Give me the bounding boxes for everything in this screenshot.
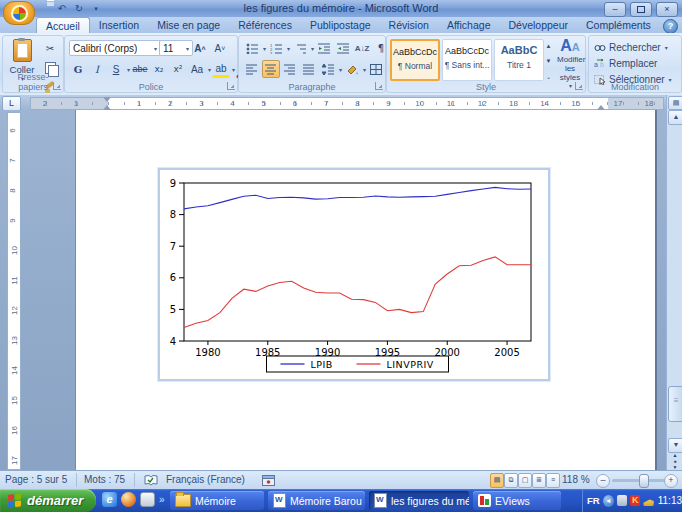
scrollbar-thumb[interactable]: [668, 386, 682, 422]
style-titre-1[interactable]: AaBbC Titre 1: [494, 39, 544, 81]
restore-button[interactable]: [630, 2, 652, 17]
quick-launch-more-button[interactable]: »: [159, 494, 165, 505]
view-print-layout-button[interactable]: ▤: [490, 473, 504, 488]
cut-button[interactable]: ✂: [41, 39, 59, 57]
paragraph-dialog-launcher[interactable]: [375, 82, 383, 90]
subscript-button[interactable]: x₂: [150, 60, 168, 78]
task-les-figures[interactable]: les figures du mémoir...: [369, 491, 469, 510]
close-button[interactable]: ×: [656, 2, 678, 17]
sort-button[interactable]: A↓Z: [353, 39, 371, 57]
media-player-icon[interactable]: [121, 492, 136, 507]
chart-image[interactable]: 456789198019851990199520002005LPIBLINVPR…: [158, 168, 550, 381]
help-button[interactable]: ?: [663, 19, 678, 34]
superscript-button[interactable]: x²: [169, 60, 187, 78]
styles-scroll-up-button[interactable]: ▲: [542, 39, 555, 53]
replace-button[interactable]: ab Remplacer: [594, 56, 657, 71]
h-ruler[interactable]: 211234567891011121314151718: [30, 97, 664, 110]
numbering-dropdown-arrow[interactable]: ▾: [287, 45, 290, 52]
highlight-button[interactable]: ab: [212, 61, 230, 78]
minimize-button[interactable]: –: [604, 2, 626, 17]
increase-indent-button[interactable]: [334, 39, 352, 57]
view-fullscreen-reading-button[interactable]: ⧉: [504, 473, 518, 488]
zoom-slider-thumb[interactable]: [639, 474, 649, 488]
task-memoire-folder[interactable]: Mémoire: [170, 491, 264, 510]
redo-button[interactable]: ↻: [72, 2, 86, 15]
tab-developpeur[interactable]: Développeur: [499, 17, 577, 33]
change-case-button[interactable]: Aa: [188, 60, 206, 78]
find-button[interactable]: Rechercher▾: [594, 40, 668, 55]
view-web-layout-button[interactable]: ▢: [518, 473, 532, 488]
app-launcher-icon[interactable]: [140, 492, 155, 507]
ruler-toggle-button[interactable]: ▤: [668, 96, 682, 110]
tab-publipostage[interactable]: Publipostage: [301, 17, 380, 33]
mouse-tray-icon[interactable]: [643, 495, 653, 506]
office-button[interactable]: [3, 1, 35, 25]
view-draft-button[interactable]: ≡: [546, 473, 560, 488]
scroll-down-button[interactable]: ▼: [668, 438, 682, 453]
internet-explorer-icon[interactable]: e: [102, 492, 117, 507]
align-center-button[interactable]: [262, 60, 280, 78]
font-name-combo[interactable]: Calibri (Corps)▾: [69, 40, 161, 56]
clock[interactable]: 11:13: [658, 495, 682, 506]
styles-scroll-down-button[interactable]: ▼: [542, 54, 555, 68]
style-sans-interligne[interactable]: AaBbCcDc ¶ Sans int...: [442, 39, 492, 81]
multilevel-list-button[interactable]: [291, 39, 309, 57]
hanging-indent-marker[interactable]: [103, 101, 111, 110]
qat-customize-button[interactable]: ▾: [89, 2, 103, 15]
zoom-out-button[interactable]: –: [596, 474, 610, 488]
tab-affichage[interactable]: Affichage: [438, 17, 500, 33]
task-memoire-barou[interactable]: Mémoire Barou [Mod...: [268, 491, 365, 510]
document-page[interactable]: 456789198019851990199520002005LPIBLINVPR…: [75, 110, 655, 470]
language-indicator[interactable]: Français (France): [166, 474, 245, 485]
shading-dropdown-arrow[interactable]: ▾: [363, 66, 366, 73]
zoom-in-button[interactable]: +: [664, 474, 678, 488]
font-dialog-launcher[interactable]: [227, 82, 235, 90]
italic-button[interactable]: I: [88, 60, 106, 78]
start-button[interactable]: démarrer: [0, 489, 96, 512]
align-left-button[interactable]: [243, 60, 261, 78]
decrease-indent-button[interactable]: [315, 39, 333, 57]
shrink-font-button[interactable]: A˅: [211, 39, 229, 57]
bullets-dropdown-arrow[interactable]: ▾: [263, 45, 266, 52]
styles-more-button[interactable]: ⌄: [542, 69, 555, 83]
tab-mise-en-page[interactable]: Mise en page: [148, 17, 229, 33]
tab-complements[interactable]: Compléments: [577, 17, 660, 33]
view-outline-button[interactable]: ≣: [532, 473, 546, 488]
highlight-dropdown-arrow[interactable]: ▾: [232, 66, 235, 73]
clipboard-dialog-launcher[interactable]: [53, 82, 61, 90]
borders-button[interactable]: [367, 60, 385, 78]
tray-app-icon[interactable]: [617, 495, 627, 506]
macro-record-icon[interactable]: [262, 475, 275, 486]
bullets-button[interactable]: [243, 39, 261, 57]
undo-button[interactable]: ↶: [55, 2, 69, 15]
word-count[interactable]: Mots : 75: [84, 474, 125, 485]
line-spacing-dropdown-arrow[interactable]: ▾: [339, 66, 342, 73]
tab-insertion[interactable]: Insertion: [90, 17, 148, 33]
font-size-combo[interactable]: 11▾: [159, 40, 193, 56]
zoom-level[interactable]: 118 %: [562, 474, 590, 485]
tab-references[interactable]: Références: [229, 17, 301, 33]
line-spacing-button[interactable]: [319, 60, 337, 78]
grow-font-button[interactable]: A˄: [191, 39, 209, 57]
task-eviews[interactable]: EViews: [473, 491, 561, 510]
tab-accueil[interactable]: Accueil: [36, 17, 90, 33]
style-normal[interactable]: AaBbCcDc ¶ Normal: [390, 39, 440, 81]
scroll-up-button[interactable]: ▲: [668, 110, 682, 125]
change-case-dropdown-arrow[interactable]: ▾: [208, 66, 211, 73]
tab-revision[interactable]: Révision: [380, 17, 438, 33]
save-button[interactable]: [38, 2, 52, 15]
bold-button[interactable]: G: [69, 60, 87, 78]
hide-tray-icons-button[interactable]: ◂: [603, 495, 614, 507]
justify-button[interactable]: [300, 60, 318, 78]
language-bar[interactable]: FR: [587, 495, 600, 506]
style-dialog-launcher[interactable]: [575, 82, 583, 90]
vertical-scrollbar[interactable]: ▤ ▲ ▼ ▲ ● ▼: [666, 95, 682, 470]
underline-dropdown-arrow[interactable]: ▾: [127, 66, 130, 73]
align-right-button[interactable]: [281, 60, 299, 78]
antivirus-tray-icon[interactable]: K: [630, 495, 640, 506]
numbering-button[interactable]: 123: [267, 39, 285, 57]
v-ruler[interactable]: 67891011121314151617: [7, 112, 21, 470]
page-indicator[interactable]: Page : 5 sur 5: [5, 474, 67, 485]
proofing-icon[interactable]: [144, 475, 158, 486]
strikethrough-button[interactable]: abe: [131, 60, 149, 78]
